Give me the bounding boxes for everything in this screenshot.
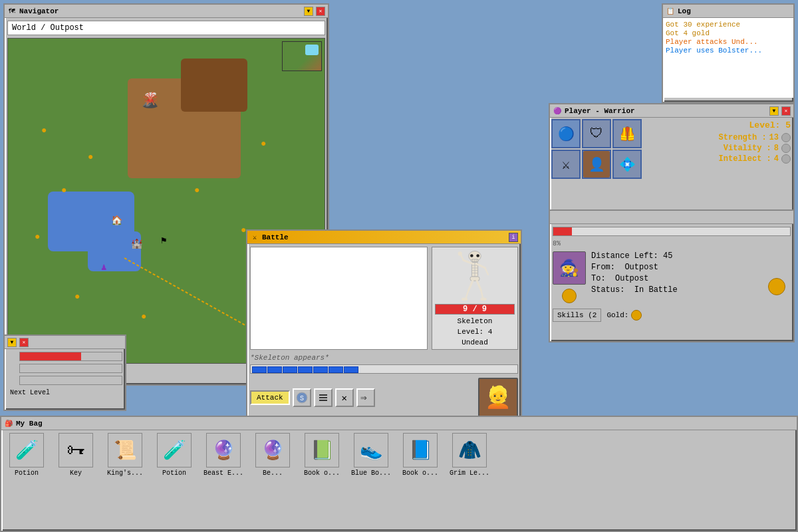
location-bar: World / Outpost <box>7 21 325 35</box>
svg-line-20 <box>466 290 469 299</box>
vitality-icon <box>781 144 791 153</box>
player-close-btn[interactable]: ✕ <box>781 106 791 116</box>
svg-point-2 <box>470 254 473 257</box>
travel-window: 8% 🧙 Distance Left: 45 From: Outpost To:… <box>549 209 795 342</box>
marker-10[interactable]: ● <box>261 138 266 149</box>
list-item: 📗 Book o... <box>299 433 344 477</box>
run-button[interactable]: ⇒ <box>356 388 375 407</box>
battle-log-area <box>250 247 428 350</box>
bag-item-icon-6[interactable]: 📗 <box>305 433 339 467</box>
vitality-value: 8 <box>774 144 779 153</box>
bag-item-label-1: Key <box>70 469 82 477</box>
marker-9[interactable]: ● <box>141 311 146 322</box>
player-hp-bar <box>250 364 518 374</box>
log-line-2: Got 4 gold <box>666 29 791 37</box>
equip-slot-5[interactable]: 👤 <box>582 150 611 179</box>
from-label: From: <box>591 263 615 272</box>
intellect-value: 4 <box>774 154 779 164</box>
bag-item-icon-5[interactable]: 🔮 <box>255 433 290 467</box>
marker-1[interactable]: ● <box>41 125 47 136</box>
player-titlebar: 🟣 Player - Warrior ▼ ✕ <box>550 104 793 118</box>
equip-slot-1[interactable]: 🔵 <box>551 119 581 148</box>
entity-icon[interactable]: ♟ <box>101 261 106 273</box>
bag-item-icon-9[interactable]: 🧥 <box>452 433 487 467</box>
vitality-row: Vitality : 8 <box>646 144 791 153</box>
intellect-row: Intellect : 4 <box>646 154 791 164</box>
travel-left: 🧙 <box>553 251 586 303</box>
hp-row <box>7 352 122 361</box>
intellect-icon <box>781 154 791 164</box>
log-content: Got 30 experience Got 4 gold Player atta… <box>663 18 793 98</box>
skill-button[interactable]: S <box>293 388 311 407</box>
navigator-close-btn[interactable]: ✕ <box>316 7 325 16</box>
strength-icon <box>781 133 791 142</box>
attack-button[interactable]: Attack <box>250 390 290 405</box>
svg-point-23 <box>462 298 467 301</box>
bag-item-icon-2[interactable]: 📜 <box>108 433 142 467</box>
travel-progress-fill <box>553 227 572 235</box>
travel-titlebar <box>550 211 793 224</box>
svg-text:S: S <box>300 395 304 402</box>
from-value: Outpost <box>624 263 658 272</box>
battle-icon: ⚔ <box>250 233 259 242</box>
hp-fill <box>20 352 81 360</box>
bag-item-label-6: Book o... <box>304 469 340 477</box>
mp-row <box>7 364 122 373</box>
status-close-btn[interactable]: ✕ <box>19 338 29 347</box>
travel-bottom: Skills (2 Gold: <box>553 309 791 322</box>
equip-slot-6[interactable]: 💠 <box>612 150 642 179</box>
village-icon[interactable]: 🏠 <box>111 215 122 226</box>
bag-item-icon-0[interactable]: 🧪 <box>9 433 44 467</box>
list-item: 🧪 Potion <box>4 433 49 477</box>
flag-icon[interactable]: ⚑ <box>161 235 166 246</box>
travel-right: Distance Left: 45 From: Outpost To: Outp… <box>591 251 791 295</box>
bag-icon: 🎒 <box>4 419 13 428</box>
bag-item-icon-3[interactable]: 🧪 <box>157 433 192 467</box>
equip-slot-3[interactable]: 🦺 <box>612 119 642 148</box>
bag-titlebar: 🎒 My Bag <box>1 417 797 430</box>
log-line-4: Player uses Bolster... <box>666 47 791 55</box>
wait-icon <box>317 391 330 404</box>
gold-coin-2 <box>768 278 785 295</box>
bag-item-icon-4[interactable]: 🔮 <box>206 433 241 467</box>
hp-seg-7 <box>344 366 358 373</box>
castle-icon[interactable]: 🏰 <box>131 238 142 249</box>
svg-line-22 <box>481 290 483 299</box>
svg-line-15 <box>464 260 471 263</box>
marker-2[interactable]: ● <box>88 152 93 162</box>
log-line-1: Got 30 experience <box>666 21 791 29</box>
battle-actions: Attack S ✕ ⇒ <box>250 378 518 418</box>
bag-item-icon-8[interactable]: 📘 <box>403 433 438 467</box>
status-row: Status: In Battle <box>591 285 791 295</box>
bag-item-icon-1[interactable]: 🗝 <box>59 433 93 467</box>
gold-text-label: Gold: <box>606 311 628 319</box>
enemy-hp-bar: 9 / 9 <box>435 304 515 315</box>
svg-rect-14 <box>470 277 479 281</box>
skill-icon: S <box>295 391 309 404</box>
map-thumbnail <box>282 41 322 71</box>
wait-button[interactable] <box>314 388 332 407</box>
bag-items-container: 🧪 Potion 🗝 Key 📜 King's... 🧪 Potion 🔮 Be… <box>1 430 797 479</box>
svg-point-25 <box>458 251 462 255</box>
skills-btn[interactable]: Skills (2 <box>553 309 601 322</box>
bag-item-icon-7[interactable]: 👟 <box>354 433 388 467</box>
gold-right <box>768 251 785 295</box>
strength-label: Strength : <box>719 133 767 142</box>
flee-button[interactable]: ✕ <box>335 388 354 407</box>
equip-slot-2[interactable]: 🛡 <box>582 119 611 148</box>
equip-slot-4[interactable]: ⚔ <box>551 150 581 179</box>
travel-pct-label: 8% <box>553 240 791 247</box>
marker-8[interactable]: ● <box>74 291 80 302</box>
navigator-minimize-btn[interactable]: ▼ <box>304 7 313 16</box>
vitality-label: Vitality : <box>724 144 771 153</box>
status-minimize-btn[interactable]: ▼ <box>7 338 17 347</box>
marker-3[interactable]: ● <box>61 185 66 196</box>
svg-line-17 <box>478 265 485 268</box>
marker-5[interactable]: ● <box>194 185 200 196</box>
battle-info-btn[interactable]: i <box>509 233 518 242</box>
list-item: 🔮 Be... <box>250 433 295 477</box>
marker-4[interactable]: ● <box>35 231 40 242</box>
level-value: 5 <box>785 120 791 130</box>
player-minimize-btn[interactable]: ▼ <box>769 106 779 116</box>
log-line-3: Player attacks Und... <box>666 38 791 46</box>
